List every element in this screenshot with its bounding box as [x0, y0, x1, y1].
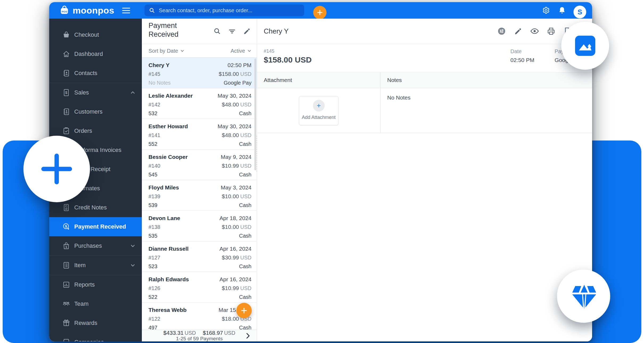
settings-button[interactable] — [542, 6, 551, 15]
detail-edit-button[interactable] — [513, 26, 523, 36]
notifications-button[interactable] — [558, 6, 567, 15]
payment-ref: 545 — [148, 170, 157, 179]
orders-icon — [62, 127, 71, 135]
sidebar-item-payment-received[interactable]: $Payment Received — [49, 217, 142, 236]
payment-number: #127 — [148, 253, 160, 262]
payment-amount: $10.99USD — [222, 161, 251, 170]
next-page-button[interactable] — [245, 332, 251, 339]
payment-number: #122 — [148, 314, 160, 323]
user-avatar[interactable]: S — [573, 6, 586, 18]
sidebar-item-checkout[interactable]: Checkout — [49, 25, 142, 44]
payment-list-item[interactable]: Ralph EdwardsApr 16, 2024#126$10.99USD52… — [142, 272, 257, 303]
chevron-right-icon — [245, 332, 251, 339]
app-window: POS moonpos S CheckoutDashboardContact — [49, 2, 592, 341]
payment-number: #142 — [148, 100, 160, 109]
payment-ref: 539 — [148, 201, 157, 209]
sidebar-item-customers[interactable]: Customers — [49, 102, 142, 121]
sidebar-item-label: Item — [74, 262, 86, 269]
list-scrollbar[interactable] — [254, 59, 256, 170]
add-attachment-button[interactable]: Add Attachment — [299, 96, 338, 125]
payment-amount: $10.00USD — [222, 192, 251, 201]
sidebar-item-purchases[interactable]: $Purchases — [49, 236, 142, 255]
chevron-down-icon — [180, 49, 184, 53]
sales-icon: $ — [62, 88, 71, 97]
payment-number: #138 — [148, 222, 160, 232]
payment-name: Leslie Alexander — [148, 91, 193, 100]
quick-add-button[interactable] — [313, 6, 327, 19]
payment-icon: $ — [62, 222, 71, 231]
list-edit-button[interactable] — [243, 27, 251, 35]
payment-list-item[interactable]: Dianne RussellApr 16, 2024#127$30.99USD5… — [142, 241, 257, 272]
svg-text:$: $ — [65, 90, 67, 95]
brand-logo[interactable]: POS moonpos — [59, 5, 114, 16]
payment-date: Apr 16, 2024 — [220, 244, 251, 253]
payment-method: Google Pay — [224, 78, 251, 87]
payment-list-item[interactable]: Leslie AlexanderMay 30, 2024#142$48.00US… — [142, 88, 257, 119]
payment-ref: 497 — [148, 323, 157, 330]
svg-text:C: C — [65, 205, 67, 208]
payment-name: Esther Howard — [148, 122, 188, 131]
payment-list-item[interactable]: Chery Y02:50 PM#145$158.00USDNo NotesGoo… — [142, 58, 257, 88]
bag-icon: $ — [62, 242, 71, 250]
add-payment-fab[interactable] — [236, 303, 252, 318]
detail-print-button[interactable] — [546, 26, 556, 36]
payment-date: 02:50 PM — [228, 61, 251, 69]
sidebar-item-dashboard[interactable]: Dashboard — [49, 44, 142, 64]
payment-detail-panel: Chery Y — [257, 19, 592, 341]
plus-icon — [240, 307, 248, 315]
payment-method: Cash — [239, 109, 251, 118]
list-search-button[interactable] — [213, 27, 221, 35]
sidebar-item-label: Sales — [74, 89, 89, 96]
sidebar-item-label: Orders — [74, 127, 92, 134]
sidebar-item-label: Team — [74, 300, 89, 307]
page: POS moonpos S CheckoutDashboardContact — [0, 0, 644, 343]
payment-summary: #145 $158.00 USD Date 02:50 PM Payment M… — [257, 44, 592, 72]
list-sort-bar: Sort by Date Active — [142, 44, 257, 58]
notes-section: Notes No Notes — [381, 72, 592, 133]
eye-icon — [530, 26, 539, 36]
detail-tune-button[interactable] — [497, 26, 507, 36]
payment-method: Cash — [239, 262, 251, 271]
detail-preview-button[interactable] — [530, 26, 540, 36]
plus-icon — [316, 9, 324, 16]
sidebar-item-team[interactable]: Team — [49, 294, 142, 313]
chevron-down-icon — [130, 263, 135, 268]
payment-date-field: Date 02:50 PM — [510, 48, 534, 63]
payment-list-item[interactable]: Floyd MilesMay 3, 2024#139$10.00USD539Ca… — [142, 180, 257, 211]
sidebar-item-companies[interactable]: Companies — [49, 333, 142, 341]
top-bar: POS moonpos S — [49, 2, 592, 19]
detail-header: Chery Y — [257, 19, 592, 44]
payment-list-item[interactable]: Bessie CooperMay 9, 2024#140$10.99USD545… — [142, 150, 257, 180]
sidebar-item-label: Checkout — [74, 31, 99, 38]
status-filter-dropdown[interactable]: Active — [231, 48, 251, 54]
sidebar-item-sales[interactable]: $Sales — [49, 83, 142, 102]
search-icon — [149, 7, 155, 14]
payment-amount: $10.00USD — [222, 222, 251, 232]
global-search[interactable] — [145, 5, 304, 16]
sidebar-item-contacts[interactable]: Contacts — [49, 64, 142, 83]
payment-date: May 30, 2024 — [218, 91, 251, 100]
payment-name: Devon Lane — [148, 214, 180, 222]
payment-date: Apr 18, 2024 — [220, 214, 251, 222]
sort-by-dropdown[interactable]: Sort by Date — [148, 48, 184, 54]
chevron-down-icon — [247, 49, 251, 53]
footer-total-2: $168.97USD — [203, 330, 235, 336]
hamburger-menu-icon[interactable] — [122, 8, 130, 13]
payment-method: Cash — [239, 293, 251, 301]
decorative-plus-badge — [23, 136, 90, 202]
sidebar-item-label: Purchases — [74, 242, 102, 249]
payment-name: Chery Y — [148, 61, 170, 69]
brand-logo-text: moonpos — [73, 5, 114, 16]
global-search-input[interactable] — [158, 7, 298, 14]
chevron-up-icon — [130, 90, 135, 95]
payment-list-item[interactable]: Devon LaneApr 18, 2024#138$10.00USD535Ca… — [142, 211, 257, 241]
payment-method: Cash — [239, 140, 251, 148]
sidebar-item-rewards[interactable]: Rewards — [49, 313, 142, 333]
sidebar-item-item[interactable]: Item — [49, 256, 142, 275]
notes-content: No Notes — [381, 88, 592, 101]
sidebar-item-reports[interactable]: Reports — [49, 275, 142, 294]
payment-number: #145 — [264, 48, 274, 54]
attachment-header: Attachment — [257, 72, 380, 88]
payment-list-item[interactable]: Esther HowardMay 30, 2024#141$48.00USD55… — [142, 119, 257, 150]
list-filter-button[interactable] — [228, 27, 236, 35]
